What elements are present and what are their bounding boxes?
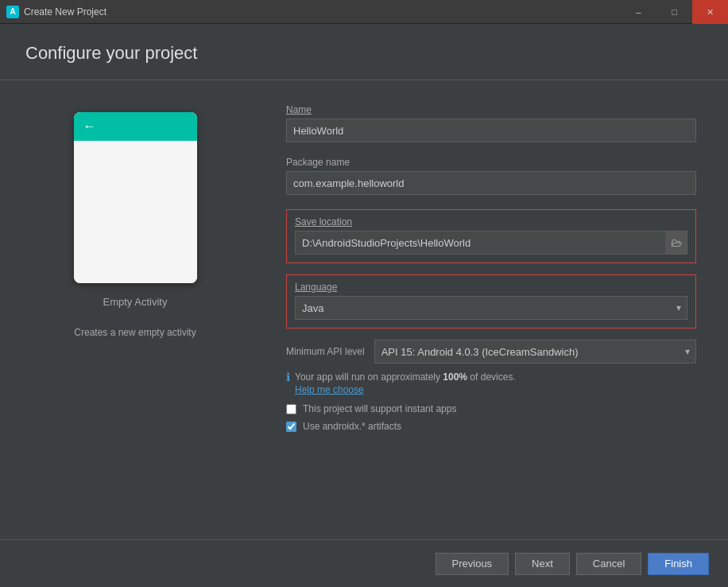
language-select[interactable]: Java Kotlin bbox=[295, 296, 687, 320]
instant-apps-checkbox[interactable] bbox=[286, 404, 296, 414]
cancel-button[interactable]: Cancel bbox=[576, 553, 641, 575]
language-label: Language bbox=[295, 282, 687, 293]
save-location-group-highlighted: Save location 🗁 bbox=[286, 209, 696, 263]
previous-button[interactable]: Previous bbox=[436, 553, 509, 575]
phone-mockup: ← bbox=[74, 112, 197, 283]
min-api-label: Minimum API level bbox=[286, 346, 365, 357]
save-location-label: Save location bbox=[295, 216, 687, 227]
activity-label: Empty Activity bbox=[103, 296, 168, 308]
androidx-label: Use androidx.* artifacts bbox=[303, 421, 401, 432]
name-label: Name bbox=[286, 104, 696, 115]
language-group-highlighted: Language Java Kotlin ▾ bbox=[286, 274, 696, 328]
info-text: Your app will run on approximately 100% … bbox=[295, 371, 516, 395]
phone-body bbox=[74, 141, 197, 283]
min-api-select[interactable]: API 15: Android 4.0.3 (IceCreamSandwich)… bbox=[374, 340, 696, 363]
name-input[interactable] bbox=[286, 119, 696, 142]
save-location-input-group: 🗁 bbox=[295, 231, 687, 255]
instant-apps-checkbox-row: This project will support instant apps bbox=[286, 403, 696, 414]
app-icon: A bbox=[6, 6, 19, 18]
package-name-input[interactable] bbox=[286, 171, 696, 195]
title-bar-text: Create New Project bbox=[24, 6, 106, 17]
back-arrow-icon: ← bbox=[83, 119, 96, 134]
create-new-project-dialog: Configure your project ← Empty Activity … bbox=[0, 24, 728, 587]
androidx-checkbox-row: Use androidx.* artifacts bbox=[286, 421, 696, 432]
language-select-wrapper: Java Kotlin ▾ bbox=[295, 296, 687, 320]
help-link[interactable]: Help me choose bbox=[295, 384, 516, 395]
maximize-button[interactable]: □ bbox=[656, 0, 692, 24]
minimize-button[interactable]: – bbox=[621, 0, 656, 24]
instant-apps-label: This project will support instant apps bbox=[303, 403, 456, 414]
close-button[interactable]: ✕ bbox=[692, 0, 728, 24]
min-api-row: Minimum API level API 15: Android 4.0.3 … bbox=[286, 340, 696, 363]
name-field-group: Name bbox=[286, 104, 696, 142]
right-panel: Name Package name Save location 🗁 bbox=[270, 80, 728, 539]
left-panel: ← Empty Activity Creates a new empty act… bbox=[0, 80, 270, 539]
androidx-checkbox[interactable] bbox=[286, 422, 296, 432]
info-row: ℹ Your app will run on approximately 100… bbox=[286, 371, 696, 395]
folder-browse-button[interactable]: 🗁 bbox=[665, 231, 687, 255]
phone-top-bar: ← bbox=[74, 112, 197, 141]
creates-label: Creates a new empty activity bbox=[74, 327, 196, 338]
title-bar-controls: – □ ✕ bbox=[621, 0, 728, 24]
title-bar: A Create New Project – □ ✕ bbox=[0, 0, 728, 24]
package-name-label: Package name bbox=[286, 157, 696, 168]
dialog-body: ← Empty Activity Creates a new empty act… bbox=[0, 80, 728, 539]
dialog-header: Configure your project bbox=[0, 24, 728, 80]
next-button[interactable]: Next bbox=[515, 553, 570, 575]
info-icon: ℹ bbox=[286, 371, 290, 383]
package-name-field-group: Package name bbox=[286, 157, 696, 195]
folder-icon: 🗁 bbox=[671, 236, 682, 249]
finish-button[interactable]: Finish bbox=[648, 553, 709, 575]
min-api-select-wrapper: API 15: Android 4.0.3 (IceCreamSandwich)… bbox=[374, 340, 696, 363]
dialog-title: Configure your project bbox=[25, 43, 703, 64]
dialog-footer: Previous Next Cancel Finish bbox=[0, 539, 728, 587]
save-location-input[interactable] bbox=[295, 231, 665, 255]
